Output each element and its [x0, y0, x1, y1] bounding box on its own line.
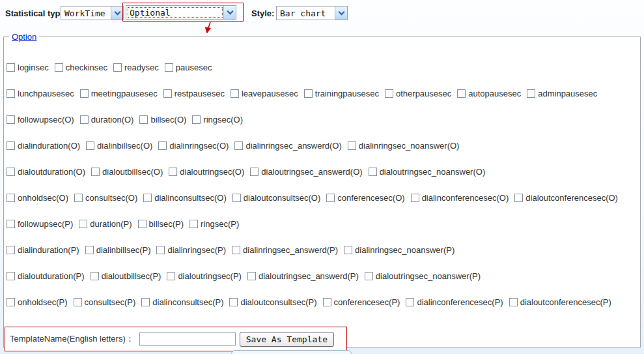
option-checkbox[interactable] [86, 141, 94, 150]
option-checkbox-item[interactable]: dialoutbillsec(O) [91, 167, 163, 177]
option-checkbox-item[interactable]: dialoutconferencesec(P) [509, 297, 611, 307]
bottom-button-partial[interactable] [231, 350, 352, 354]
option-checkbox[interactable] [406, 298, 414, 306]
option-checkbox[interactable] [7, 220, 15, 228]
option-checkbox[interactable] [7, 168, 15, 176]
option-checkbox[interactable] [55, 63, 63, 72]
option-checkbox[interactable] [232, 194, 241, 202]
option-checkbox[interactable] [80, 115, 89, 124]
option-checkbox-item[interactable]: conferencesec(O) [326, 193, 404, 203]
option-checkbox[interactable] [7, 246, 15, 254]
option-checkbox[interactable] [141, 298, 150, 306]
option-checkbox[interactable] [369, 168, 377, 176]
option-checkbox-item[interactable]: duration(O) [80, 115, 134, 125]
option-checkbox[interactable] [527, 89, 535, 98]
option-checkbox-item[interactable]: checkinsec [55, 63, 107, 72]
option-checkbox[interactable] [7, 298, 15, 306]
option-checkbox[interactable] [7, 141, 15, 150]
style-select[interactable]: Bar chart [276, 6, 348, 20]
option-legend-link[interactable]: Option [9, 32, 39, 42]
option-checkbox[interactable] [229, 298, 238, 306]
option-checkbox[interactable] [163, 89, 172, 98]
option-checkbox-item[interactable]: autopausesec [457, 89, 521, 98]
option-checkbox[interactable] [385, 89, 393, 98]
option-checkbox-item[interactable]: dialinringsec(P) [156, 245, 226, 255]
option-checkbox[interactable] [74, 298, 82, 306]
option-checkbox[interactable] [169, 168, 177, 176]
save-as-template-button[interactable]: Save As Template [240, 332, 334, 347]
option-checkbox[interactable] [113, 63, 122, 72]
option-checkbox-item[interactable]: pausesec [165, 63, 212, 72]
option-checkbox-item[interactable]: dialinduration(P) [7, 245, 79, 255]
option-checkbox[interactable] [348, 141, 356, 150]
option-checkbox-item[interactable]: dialinringsec_answerd(O) [234, 141, 341, 151]
option-checkbox-item[interactable]: ringsec(O) [192, 115, 243, 125]
template-name-input[interactable] [139, 332, 236, 346]
option-checkbox-item[interactable]: dialoutconsultsec(O) [232, 193, 321, 203]
option-checkbox[interactable] [192, 115, 201, 124]
option-checkbox[interactable] [189, 220, 198, 228]
chevron-down-icon[interactable] [223, 6, 236, 19]
option-checkbox[interactable] [158, 141, 167, 150]
option-checkbox[interactable] [250, 168, 259, 176]
option-checkbox[interactable] [79, 220, 87, 228]
option-checkbox[interactable] [143, 194, 152, 202]
option-checkbox-item[interactable]: leavepausesec [231, 89, 298, 98]
option-checkbox[interactable] [326, 194, 335, 202]
option-checkbox[interactable] [7, 115, 15, 124]
option-checkbox[interactable] [139, 115, 148, 124]
option-checkbox-item[interactable]: billsec(P) [138, 219, 184, 229]
option-checkbox-item[interactable]: dialoutringsec(O) [169, 167, 244, 177]
option-checkbox-item[interactable]: dialinringsec_noanswer(O) [348, 141, 460, 151]
option-checkbox-item[interactable]: adminpausesec [527, 89, 597, 98]
option-checkbox-item[interactable]: dialoutconsultsec(P) [229, 297, 316, 307]
option-checkbox[interactable] [165, 63, 173, 72]
option-checkbox-item[interactable]: dialinduration(O) [7, 141, 80, 151]
option-checkbox-item[interactable]: dialinringsec_answerd(P) [232, 245, 338, 255]
option-checkbox[interactable] [514, 194, 523, 202]
option-checkbox-item[interactable]: dialoutringsec(P) [167, 271, 242, 281]
option-checkbox-item[interactable]: followupsec(O) [7, 115, 74, 125]
option-checkbox-item[interactable]: otherpausesec [385, 89, 451, 98]
option-checkbox-item[interactable]: dialinconferencesec(O) [411, 193, 509, 203]
option-checkbox[interactable] [80, 89, 89, 98]
option-checkbox[interactable] [411, 194, 419, 202]
option-checkbox[interactable] [247, 272, 256, 280]
option-checkbox[interactable] [304, 89, 313, 98]
option-checkbox[interactable] [509, 298, 518, 306]
option-checkbox[interactable] [234, 141, 243, 150]
option-checkbox[interactable] [457, 89, 466, 98]
option-checkbox-item[interactable]: trainingpausesec [304, 89, 379, 98]
option-checkbox[interactable] [232, 246, 240, 254]
option-checkbox[interactable] [156, 246, 165, 254]
option-checkbox-item[interactable]: meetingpausesec [80, 89, 158, 98]
option-checkbox-item[interactable]: dialinconsultsec(P) [141, 297, 223, 307]
option-checkbox[interactable] [167, 272, 175, 280]
chevron-down-icon[interactable] [335, 7, 347, 20]
option-checkbox[interactable] [231, 89, 239, 98]
option-checkbox-item[interactable]: dialoutringsec_noanswer(P) [365, 271, 481, 281]
option-checkbox-item[interactable]: dialoutringsec_answerd(P) [247, 271, 359, 281]
option-checkbox-item[interactable]: dialoutbillsec(P) [91, 271, 161, 281]
option-checkbox[interactable] [7, 194, 15, 202]
option-checkbox[interactable] [365, 272, 373, 280]
option-checkbox-item[interactable]: dialoutduration(O) [7, 167, 85, 177]
option-checkbox-item[interactable]: ringsec(P) [189, 219, 239, 229]
option-checkbox-item[interactable]: dialinconferencesec(P) [406, 297, 503, 307]
option-checkbox[interactable] [7, 63, 15, 72]
chevron-down-icon[interactable] [111, 7, 123, 20]
option-checkbox-item[interactable]: lunchpausesec [7, 89, 74, 98]
option-checkbox-item[interactable]: followupsec(P) [7, 219, 73, 229]
option-checkbox[interactable] [323, 298, 331, 306]
option-checkbox-item[interactable]: restpausesec [163, 89, 225, 98]
option-checkbox[interactable] [85, 246, 94, 254]
option-checkbox-item[interactable]: conferencesec(P) [323, 297, 400, 307]
option-checkbox-item[interactable]: dialoutduration(P) [7, 271, 85, 281]
option-checkbox[interactable] [91, 272, 99, 280]
option-checkbox[interactable] [7, 89, 15, 98]
optional-select[interactable]: Optional [126, 5, 236, 20]
option-checkbox[interactable] [91, 168, 100, 176]
option-checkbox[interactable] [344, 246, 352, 254]
option-checkbox-item[interactable]: onholdsec(O) [7, 193, 68, 203]
option-checkbox-item[interactable]: dialoutringsec_answerd(O) [250, 167, 362, 177]
